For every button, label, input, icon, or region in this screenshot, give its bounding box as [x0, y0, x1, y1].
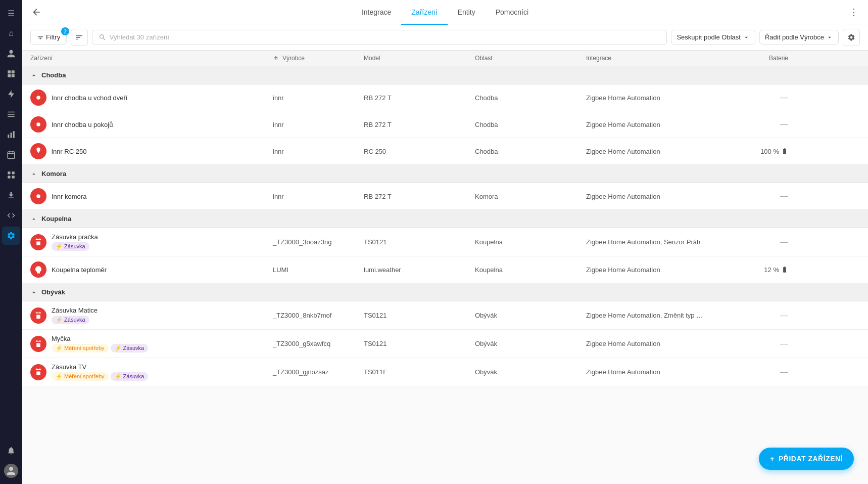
col-oblast: Oblast: [475, 55, 586, 62]
tag-zasuvka: ⚡ Zásuvka: [52, 316, 89, 324]
device-battery: —: [728, 339, 788, 348]
svg-point-20: [36, 194, 40, 198]
device-row[interactable]: Zásuvka TV ⚡ Měření spotřeby ⚡ Zásuvka _…: [22, 358, 868, 386]
column-settings-button[interactable]: [843, 29, 860, 46]
device-battery: —: [728, 192, 788, 201]
download-icon[interactable]: [2, 186, 20, 204]
col-vyrobce[interactable]: Výrobce: [273, 55, 364, 62]
person-icon[interactable]: [2, 45, 20, 63]
grid2-icon[interactable]: [2, 166, 20, 184]
device-integration: Zigbee Home Automation: [586, 94, 728, 102]
sidebar: ☰ ⌂: [0, 0, 22, 484]
col-model: Model: [364, 55, 475, 62]
svg-rect-0: [8, 70, 11, 73]
device-integration: Zigbee Home Automation, Senzor Práh: [586, 238, 728, 246]
device-model: TS0121: [364, 238, 475, 246]
device-area: Obývák: [475, 312, 586, 319]
filter-count: 2: [61, 27, 69, 35]
svg-rect-7: [8, 135, 9, 138]
device-row[interactable]: Koupelna teploměr LUMI lumi.weather Koup…: [22, 256, 868, 283]
device-row[interactable]: Zásuvka Matice ⚡ Zásuvka _TZ3000_8nkb7mo…: [22, 301, 868, 330]
settings-icon[interactable]: [2, 227, 20, 245]
add-device-button[interactable]: + PŘIDAT ZAŘÍZENÍ: [759, 448, 854, 470]
device-row[interactable]: Innr chodba u pokojů innr RB 272 T Chodb…: [22, 111, 868, 138]
calendar-icon[interactable]: [2, 146, 20, 164]
device-name: Innr komora: [52, 193, 86, 200]
col-integrace: Integrace: [586, 55, 728, 62]
device-icon: [30, 234, 46, 250]
device-name: Myčka: [52, 335, 148, 342]
device-name: Zásuvka TV: [52, 363, 148, 371]
main-area: Integrace Zařízení Entity Pomocníci ⋮ Fi…: [22, 0, 868, 484]
device-row[interactable]: Zásuvka pračka ⚡ Zásuvka _TZ3000_3ooaz3n…: [22, 228, 868, 256]
device-area: Komora: [475, 193, 586, 200]
group-komora[interactable]: Komora: [22, 165, 868, 183]
device-battery: —: [728, 311, 788, 320]
device-area: Obývák: [475, 368, 586, 376]
filter-button[interactable]: Filtry 2: [30, 30, 67, 45]
tab-integrace[interactable]: Integrace: [352, 1, 401, 25]
col-zarizeni[interactable]: Zařízení: [30, 55, 273, 62]
sort-chevron-down-icon: [826, 34, 833, 41]
device-name: Innr chodba u vchod dveří: [52, 94, 127, 102]
device-model: RC 250: [364, 148, 475, 155]
svg-rect-14: [8, 171, 10, 174]
lightning-icon[interactable]: [2, 85, 20, 103]
device-row[interactable]: Innr komora innr RB 272 T Komora Zigbee …: [22, 183, 868, 210]
group-obyvak[interactable]: Obývák: [22, 283, 868, 301]
bell-icon[interactable]: [2, 442, 20, 460]
user-avatar: [4, 464, 18, 478]
back-button[interactable]: [28, 4, 44, 20]
tab-zarizeni[interactable]: Zařízení: [401, 1, 447, 25]
device-integration: Zigbee Home Automation: [586, 121, 728, 128]
group-label-koupelna: Koupelna: [41, 215, 71, 223]
device-integration: Zigbee Home Automation: [586, 266, 728, 274]
group-label-chodba: Chodba: [41, 71, 66, 79]
device-icon: [30, 336, 46, 352]
svg-rect-5: [8, 114, 15, 115]
table-header: Zařízení Výrobce Model Oblast Integrace …: [22, 51, 868, 66]
device-table: Zařízení Výrobce Model Oblast Integrace …: [22, 51, 868, 484]
collapse-icon: [30, 215, 37, 223]
device-model: RB 272 T: [364, 193, 475, 200]
group-chodba[interactable]: Chodba: [22, 66, 868, 84]
menu-icon[interactable]: ☰: [2, 4, 20, 22]
tab-entity[interactable]: Entity: [448, 1, 486, 25]
tag-mereni: ⚡ Měření spotřeby: [52, 372, 109, 381]
device-area: Chodba: [475, 121, 586, 128]
sort-select[interactable]: Řadit podle Výrobce: [759, 30, 839, 45]
device-name: Innr chodba u pokojů: [52, 121, 113, 128]
home-icon[interactable]: ⌂: [2, 24, 20, 42]
tab-pomocnici[interactable]: Pomocníci: [486, 1, 539, 25]
group-label-obyvak: Obývák: [41, 288, 65, 296]
chart-icon[interactable]: [2, 125, 20, 144]
more-menu-button[interactable]: ⋮: [846, 4, 862, 20]
device-row[interactable]: innr RC 250 innr RC 250 Chodba Zigbee Ho…: [22, 138, 868, 165]
group-koupelna[interactable]: Koupelna: [22, 210, 868, 228]
device-battery: 12 %: [728, 266, 788, 274]
collapse-icon: [30, 72, 37, 79]
dashboard-icon[interactable]: [2, 65, 20, 83]
device-battery: —: [728, 120, 788, 129]
device-area: Chodba: [475, 148, 586, 155]
avatar[interactable]: [2, 462, 20, 480]
group-select[interactable]: Seskupit podle Oblast: [671, 30, 755, 45]
code-icon[interactable]: [2, 206, 20, 225]
device-manufacturer: LUMI: [273, 266, 364, 274]
device-integration: Zigbee Home Automation: [586, 368, 728, 376]
svg-rect-3: [12, 74, 15, 77]
svg-rect-6: [8, 116, 15, 117]
sort-options-button[interactable]: [71, 29, 88, 46]
device-area: Obývák: [475, 340, 586, 347]
device-row[interactable]: Innr chodba u vchod dveří innr RB 272 T …: [22, 84, 868, 111]
device-row[interactable]: Myčka ⚡ Měření spotřeby ⚡ Zásuvka _TZ300…: [22, 330, 868, 358]
svg-rect-1: [12, 70, 15, 73]
search-input[interactable]: [110, 33, 661, 41]
device-tags: ⚡ Zásuvka: [52, 316, 98, 324]
device-manufacturer: innr: [273, 94, 364, 102]
device-battery: —: [728, 368, 788, 377]
list-icon[interactable]: [2, 105, 20, 123]
svg-rect-17: [12, 176, 15, 179]
filter-label: Filtry: [46, 33, 60, 41]
collapse-icon: [30, 170, 37, 178]
